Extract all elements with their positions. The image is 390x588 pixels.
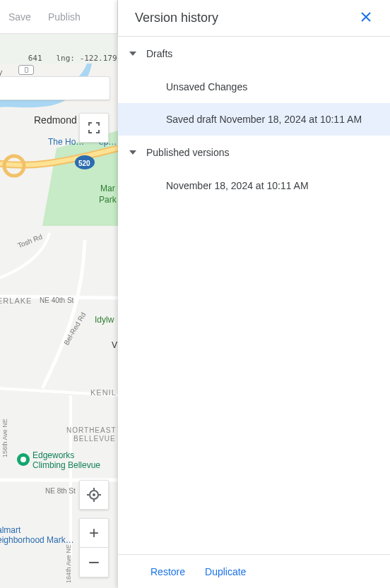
crosshair-icon bbox=[86, 487, 102, 503]
save-button[interactable]: Save bbox=[0, 11, 40, 23]
version-item-saved-draft[interactable]: Saved draft November 18, 2024 at 10:11 A… bbox=[118, 103, 390, 136]
map-park-label: Mar bbox=[100, 184, 115, 193]
map-search-box[interactable] bbox=[0, 76, 110, 100]
version-item-unsaved[interactable]: Unsaved Changes bbox=[118, 71, 390, 103]
panel-title: Version history bbox=[135, 11, 218, 25]
map-area-label: BELLEVUE bbox=[73, 435, 116, 443]
map-poi-label: Edgeworks bbox=[32, 450, 74, 460]
my-location-button[interactable] bbox=[79, 480, 109, 510]
map-editor-pane: Save Publish 641 lng: -122.179 bbox=[0, 0, 118, 588]
publish-button[interactable]: Publish bbox=[40, 11, 89, 23]
section-header-published[interactable]: Published versions bbox=[118, 136, 390, 169]
map-road-label: 164th Ave NE bbox=[65, 544, 72, 583]
map-poi-label: almart bbox=[0, 525, 20, 535]
hwy-shield-label: 520 bbox=[78, 160, 90, 167]
section-label: Published versions bbox=[146, 147, 230, 158]
zoom-out-button[interactable]: − bbox=[79, 548, 109, 577]
close-icon bbox=[359, 10, 373, 24]
fullscreen-button[interactable] bbox=[79, 113, 109, 143]
map-area-label: ERLAKE bbox=[0, 296, 32, 305]
map-road-label: NE 40th St bbox=[40, 296, 73, 304]
map-label-redmond: Redmond bbox=[34, 114, 77, 126]
restore-button[interactable]: Restore bbox=[150, 566, 185, 577]
duplicate-button[interactable]: Duplicate bbox=[205, 566, 246, 577]
poi-marker-icon bbox=[16, 452, 31, 467]
version-history-panel: Version history Drafts Unsaved Changes S… bbox=[118, 0, 390, 588]
map-label: ry bbox=[0, 68, 2, 76]
chevron-down-icon bbox=[129, 150, 136, 155]
svg-point-7 bbox=[93, 493, 95, 496]
panel-footer: Restore Duplicate bbox=[118, 554, 390, 588]
map-park-label: Park bbox=[99, 195, 117, 205]
panel-header: Version history bbox=[118, 0, 390, 37]
version-item-published[interactable]: November 18, 2024 at 10:11 AM bbox=[118, 169, 390, 202]
svg-point-5 bbox=[20, 457, 26, 462]
map-road-label: NE 8th St bbox=[45, 487, 76, 495]
map-label: V bbox=[112, 340, 117, 350]
fullscreen-icon bbox=[88, 121, 100, 134]
lng-value: -122.179 bbox=[80, 54, 117, 63]
lng-label: lng: bbox=[57, 54, 76, 63]
lat-fragment: 641 bbox=[28, 54, 42, 63]
zoom-in-button[interactable]: + bbox=[79, 518, 109, 548]
section-header-drafts[interactable]: Drafts bbox=[118, 37, 390, 71]
map-area-label: NORTHEAST bbox=[66, 426, 117, 434]
map-road-label: 156th Ave NE bbox=[1, 419, 8, 457]
map-area-label: KENIL bbox=[90, 388, 117, 397]
section-label: Drafts bbox=[146, 48, 172, 59]
map-park-label: Idylw bbox=[95, 315, 114, 325]
map-poi-label: Climbing Bellevue bbox=[32, 460, 100, 470]
editor-toolbar: Save Publish bbox=[0, 0, 118, 34]
close-button[interactable] bbox=[356, 7, 376, 29]
map-poi-label: eighborhood Mark… bbox=[0, 535, 74, 545]
streetview-toggle[interactable] bbox=[18, 65, 34, 75]
chevron-down-icon bbox=[129, 52, 136, 56]
